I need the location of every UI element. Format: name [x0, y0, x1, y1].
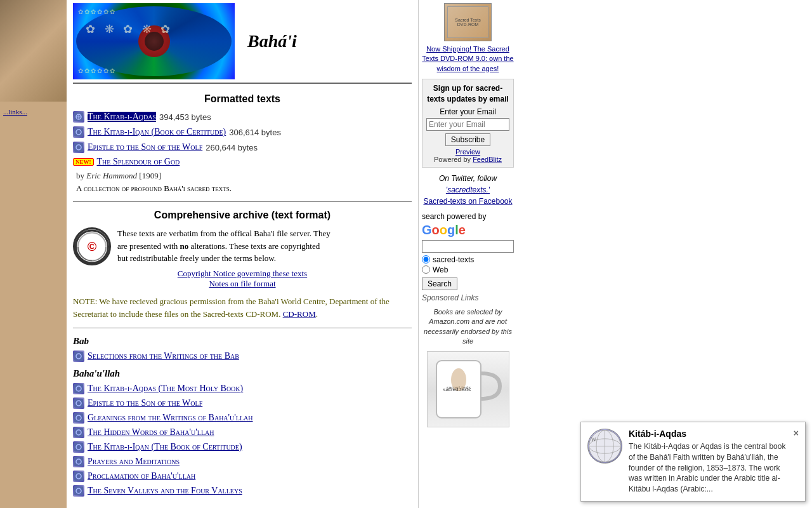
archive-text: These texts are verbatim from the offica… [117, 227, 331, 265]
book-icon-2 [73, 126, 84, 138]
subscribe-button[interactable]: Subscribe [445, 133, 490, 146]
right-sidebar: Sacred TextsDVD-ROM Now Shipping! The Sa… [419, 0, 517, 508]
dvd-image: Sacred TextsDVD-ROM [444, 3, 492, 41]
facebook-link[interactable]: Sacred-texts on Facebook [423, 197, 512, 206]
bab-section: Bab Selections from the Writings of the … [73, 336, 412, 362]
archive-heading: Comprehensive archive (text format) [73, 210, 412, 221]
bahaullah-book-3: Gleanings from the Writings of Baha'u'll… [73, 412, 412, 424]
gleanings-link[interactable]: Gleanings from the Writings of Baha'u'll… [88, 413, 253, 423]
bah-icon-7 [73, 471, 84, 482]
left-nav-links: ...links... [0, 102, 67, 124]
main-content: ✿✿✿✿✿✿ ✿✿✿✿✿✿ Bahá'i Formatted texts The… [67, 0, 419, 508]
svg-rect-6 [74, 143, 83, 152]
splendour-link[interactable]: The Splendour of God [97, 157, 180, 167]
search-input[interactable] [422, 240, 514, 253]
g-letter-e: e [459, 223, 466, 237]
cdrom-link[interactable]: CD-ROM [283, 309, 316, 319]
svg-point-30 [451, 368, 466, 391]
feedblitz-link[interactable]: FeedBlitz [473, 156, 502, 163]
email-input[interactable] [426, 118, 509, 131]
archive-icon: © [73, 227, 111, 265]
g-letter-o1: o [432, 223, 440, 237]
radio-web: Web [422, 265, 514, 274]
book-item-kitab-aqdas: The Kitab-i-Aqdas 394,453 bytes [73, 111, 412, 123]
google-search-box: search powered by Google sacred-texts We… [422, 212, 514, 302]
archive-links: Copyright Notice governing these texts N… [73, 269, 412, 289]
proclamation-link[interactable]: Proclamation of Baha'u'llah [88, 471, 195, 481]
kitab-iqan-2-link[interactable]: The Kitab-i-Iqan (The Book of Certitude) [88, 442, 242, 452]
svg-rect-18 [74, 428, 83, 437]
mug-image: sacred-texts [427, 351, 509, 427]
selections-bab-item: Selections from the Writings of the Bab [73, 351, 412, 362]
notes-format-link[interactable]: Notes on file format [209, 279, 275, 288]
seven-valleys-link[interactable]: The Seven Valleys and the Four Valleys [88, 486, 242, 496]
page-title: Bahá'i [235, 31, 297, 51]
bahaullah-section: Baha'u'llah The Kitab-i-Aqdas (The Most … [73, 368, 412, 497]
google-logo: Google [422, 223, 514, 237]
svg-text:W: W [591, 436, 597, 443]
left-nav-link[interactable]: ...links... [3, 108, 63, 116]
svg-rect-20 [74, 443, 83, 451]
search-button[interactable]: Search [422, 277, 457, 290]
bahaullah-title: Baha'u'llah [73, 368, 412, 379]
bah-icon-4 [73, 427, 84, 438]
g-letter-o2: o [440, 223, 447, 237]
svg-rect-4 [74, 128, 83, 137]
bah-icon-1 [73, 383, 84, 394]
bahaullah-book-8: The Seven Valleys and the Four Valleys [73, 485, 412, 497]
signup-title: Sign up for sacred-texts updates by emai… [426, 83, 509, 105]
new-badge: NEW! [73, 158, 94, 166]
radio-web-input[interactable] [422, 265, 430, 274]
wiki-globe-icon: W [587, 429, 622, 464]
left-panel: ...links... [0, 0, 67, 508]
left-panel-image [0, 0, 67, 102]
google-search-label: search powered by [422, 212, 514, 221]
most-holy-link[interactable]: The Kitab-i-Aqdas (The Most Holy Book) [88, 384, 243, 394]
archive-inner: © These texts are verbatim from the offi… [73, 227, 412, 265]
epistle-link[interactable]: Epistle to the Son of the Wolf [88, 142, 202, 152]
bah-icon-6 [73, 456, 84, 467]
permission-note: NOTE: We have recieved gracious permissi… [73, 295, 412, 320]
bah-icon-2 [73, 398, 84, 409]
prayers-link[interactable]: Prayers and Meditations [88, 457, 180, 467]
formatted-heading: Formatted texts [73, 93, 412, 105]
selections-bab-link[interactable]: Selections from the Writings of the Bab [88, 351, 239, 361]
bahaullah-book-5: The Kitab-i-Iqan (The Book of Certitude) [73, 441, 412, 453]
twitter-link[interactable]: 'sacredtexts.' [446, 185, 490, 194]
svg-rect-12 [74, 384, 83, 393]
feedblitz-info: Preview Powered by FeedBlitz [426, 148, 509, 163]
divider-1 [73, 201, 412, 202]
svg-rect-24 [74, 472, 83, 481]
kitab-aqdas-size: 394,453 bytes [159, 112, 211, 122]
preview-link[interactable]: Preview [455, 148, 480, 156]
wiki-close-button[interactable]: × [794, 429, 799, 438]
formatted-section: Formatted texts The Kitab-i-Aqdas 394,45… [73, 93, 412, 194]
radio-web-label: Web [433, 265, 448, 274]
twitter-text: On Twitter, follow 'sacredtexts.' [439, 174, 497, 194]
bah-icon-8 [73, 485, 84, 497]
sponsored-links: Sponsored Links [422, 293, 514, 302]
amazon-text: Books are selected by Amazon.com and are… [422, 307, 514, 347]
radio-sacred-texts-input[interactable] [422, 255, 430, 264]
hidden-words-link[interactable]: The Hidden Words of Baha'u'llah [88, 427, 214, 438]
book-icon-3 [73, 142, 84, 153]
bahaullah-book-2: Epistle to the Son of the Wolf [73, 398, 412, 409]
bahaullah-book-4: The Hidden Words of Baha'u'llah [73, 427, 412, 438]
g-letter-g2: g [447, 223, 455, 237]
kitab-iqan-link[interactable]: The Kitab-i-Iqan (Book of Certitude) [88, 127, 226, 137]
epistle-wolf-link[interactable]: Epistle to the Son of the Wolf [88, 398, 202, 408]
page-header: ✿✿✿✿✿✿ ✿✿✿✿✿✿ Bahá'i [73, 0, 412, 84]
divider-2 [73, 328, 412, 328]
kitab-aqdas-link[interactable]: The Kitab-i-Aqdas [88, 112, 156, 122]
bab-book-icon [73, 351, 84, 362]
svg-rect-22 [74, 457, 83, 466]
mandala-image: ✿✿✿✿✿✿ ✿✿✿✿✿✿ [73, 3, 235, 79]
bahaullah-book-7: Proclamation of Baha'u'llah [73, 471, 412, 482]
svg-rect-10 [74, 352, 83, 361]
copyright-link[interactable]: Copyright Notice governing these texts [178, 269, 307, 278]
svg-rect-26 [74, 486, 83, 495]
bah-icon-3 [73, 412, 84, 424]
dvd-link[interactable]: Now Shipping! The Sacred Texts DVD-ROM 9… [422, 45, 513, 72]
bah-icon-5 [73, 441, 84, 453]
epistle-size: 260,644 bytes [206, 143, 258, 152]
